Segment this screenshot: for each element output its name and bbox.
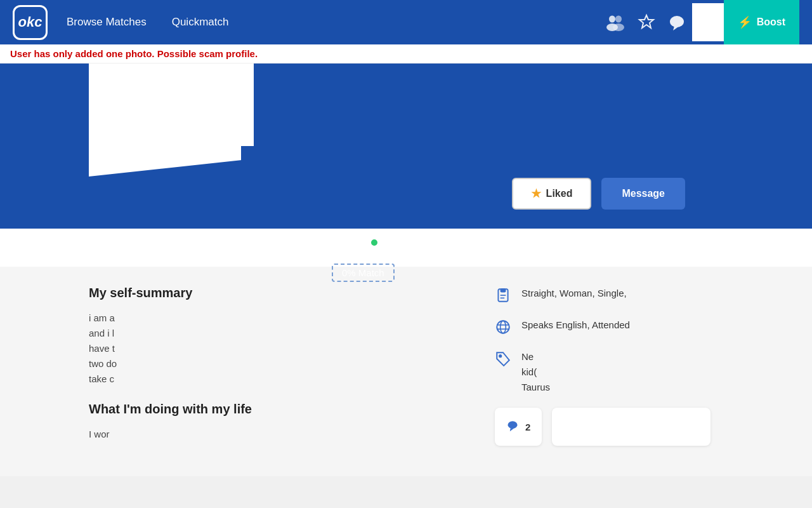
summary-title: My self-summary bbox=[89, 286, 469, 300]
star-icon: ★ bbox=[531, 187, 541, 201]
tag-taurus: Taurus bbox=[521, 382, 550, 392]
svg-point-0 bbox=[609, 16, 615, 23]
liked-label: Liked bbox=[546, 188, 573, 199]
liked-button[interactable]: ★ Liked bbox=[512, 178, 592, 210]
tag-ne: Ne bbox=[521, 351, 534, 362]
messages-icon-button[interactable] bbox=[668, 13, 686, 31]
profile-gap bbox=[0, 229, 812, 267]
svg-rect-9 bbox=[241, 184, 279, 197]
summary-line5: take c bbox=[89, 373, 114, 384]
comment-card-icon bbox=[506, 419, 519, 435]
svg-point-5 bbox=[670, 16, 684, 27]
message-label: Message bbox=[622, 188, 665, 199]
info-orientation-row: Straight, Woman, Single, bbox=[495, 286, 710, 305]
life-line1: I wor bbox=[89, 429, 110, 439]
svg-point-20 bbox=[499, 355, 501, 357]
message-button[interactable]: Message bbox=[601, 178, 685, 210]
bottom-cards: 2 bbox=[495, 408, 710, 446]
nav-avatar[interactable] bbox=[692, 3, 724, 41]
photo-blue-block bbox=[89, 159, 254, 203]
warning-text: User has only added one photo. Possible … bbox=[10, 48, 258, 59]
profile-content: My self-summary i am a and i l have t tw… bbox=[0, 267, 812, 476]
life-title: What I'm doing with my life bbox=[89, 402, 469, 417]
orientation-text: Straight, Woman, Single, bbox=[521, 286, 627, 301]
svg-point-21 bbox=[508, 421, 518, 429]
extra-card bbox=[552, 408, 710, 446]
life-text: I wor bbox=[89, 427, 469, 442]
summary-line4: two do bbox=[89, 358, 117, 369]
bolt-icon: ⚡ bbox=[738, 15, 752, 29]
boost-label: Boost bbox=[757, 17, 785, 28]
svg-marker-4 bbox=[639, 15, 653, 28]
quickmatch-link[interactable]: Quickmatch bbox=[172, 16, 229, 29]
summary-line3: have t bbox=[89, 343, 115, 354]
profile-photo-inner bbox=[89, 64, 254, 203]
clipboard-icon bbox=[495, 287, 513, 305]
svg-marker-22 bbox=[510, 428, 514, 431]
star-icon-button[interactable] bbox=[638, 13, 655, 31]
profile-left: My self-summary i am a and i l have t tw… bbox=[89, 286, 469, 457]
tags-text: Ne kid( Taurus bbox=[521, 349, 550, 395]
browse-matches-link[interactable]: Browse Matches bbox=[67, 16, 147, 29]
info-tags-row: Ne kid( Taurus bbox=[495, 349, 710, 395]
people-icon-button[interactable] bbox=[606, 13, 625, 31]
svg-rect-13 bbox=[501, 289, 506, 291]
info-language-row: Speaks English, Attended bbox=[495, 318, 710, 337]
svg-point-1 bbox=[615, 16, 622, 23]
profile-photo-area bbox=[89, 64, 254, 203]
svg-point-16 bbox=[497, 321, 509, 333]
comment-count: 2 bbox=[525, 422, 530, 432]
okc-logo[interactable]: okc bbox=[13, 5, 48, 40]
svg-rect-8 bbox=[241, 171, 260, 184]
tag-kids: kid( bbox=[521, 366, 537, 377]
profile-hero: 0% Match ••• ★ Liked Message bbox=[0, 64, 812, 229]
globe-icon bbox=[495, 319, 513, 337]
warning-bar: User has only added one photo. Possible … bbox=[0, 44, 812, 64]
summary-line1: i am a bbox=[89, 312, 115, 323]
profile-shape bbox=[241, 146, 368, 222]
match-percent: 0% Match bbox=[342, 267, 384, 278]
svg-point-3 bbox=[613, 23, 624, 31]
match-badge: 0% Match bbox=[332, 264, 395, 282]
navbar: okc Browse Matches Quickmatch ⚡ Boo bbox=[0, 0, 812, 44]
language-text: Speaks English, Attended bbox=[521, 318, 630, 333]
profile-right: Straight, Woman, Single, Speaks English,… bbox=[495, 286, 710, 457]
summary-line2: and i l bbox=[89, 328, 114, 338]
logo-text: okc bbox=[18, 14, 43, 30]
boost-button[interactable]: ⚡ Boost bbox=[724, 0, 799, 44]
nav-icons bbox=[606, 13, 686, 31]
svg-point-17 bbox=[501, 321, 506, 333]
online-indicator bbox=[370, 238, 379, 247]
summary-text: i am a and i l have t two do take c bbox=[89, 311, 469, 387]
action-buttons: ★ Liked Message bbox=[512, 178, 685, 210]
tag-icon bbox=[495, 351, 513, 368]
comment-card[interactable]: 2 bbox=[495, 408, 542, 446]
